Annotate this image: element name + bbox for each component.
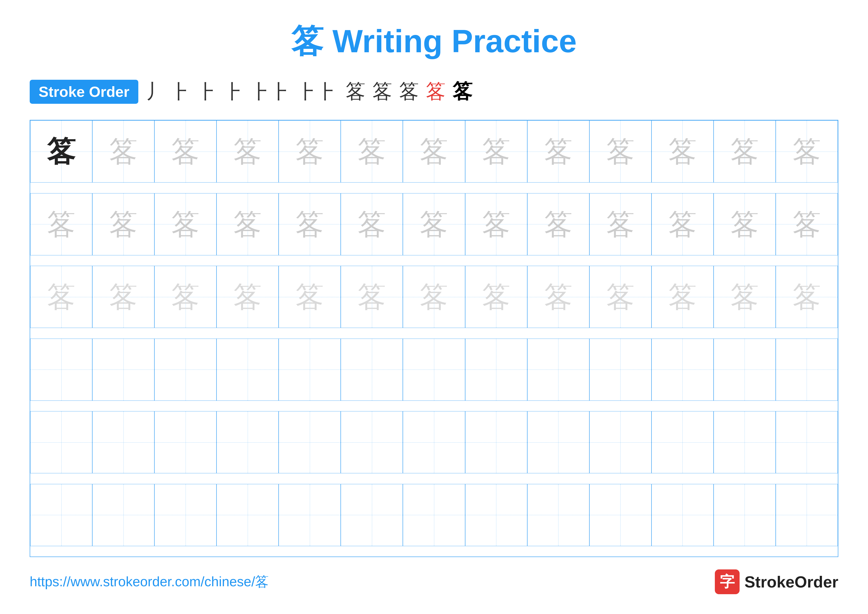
grid-cell[interactable]: 笿 — [651, 120, 714, 183]
grid-cell[interactable] — [279, 484, 341, 546]
grid-cell[interactable] — [279, 339, 341, 401]
grid-cell[interactable]: 笿 — [279, 266, 341, 328]
grid-cell[interactable] — [651, 339, 714, 401]
grid-cell[interactable] — [776, 484, 838, 546]
grid-cell[interactable]: 笿 — [465, 193, 527, 255]
practice-char: 笿 — [358, 283, 386, 311]
footer-url[interactable]: https://www.strokeorder.com/chinese/笿 — [30, 573, 269, 591]
grid-cell[interactable]: 笿 — [154, 120, 217, 183]
footer: https://www.strokeorder.com/chinese/笿 字 … — [30, 569, 838, 594]
grid-cell[interactable] — [465, 484, 527, 546]
grid-cell[interactable] — [30, 339, 92, 401]
grid-cell[interactable] — [30, 484, 92, 546]
grid-cell[interactable] — [217, 411, 279, 473]
grid-cell[interactable]: 笿 — [341, 120, 403, 183]
grid-cell[interactable] — [589, 339, 651, 401]
writing-grid: 笿笿笿笿笿笿笿笿笿笿笿笿笿笿笿笿笿笿笿笿笿笿笿笿笿笿笿笿笿笿笿笿笿笿笿笿笿笿笿 — [30, 120, 838, 557]
grid-cell[interactable]: 笿 — [776, 266, 838, 328]
stroke-4: ⺊ — [226, 78, 246, 105]
grid-cell[interactable]: 笿 — [403, 193, 465, 255]
grid-cell[interactable] — [465, 411, 527, 473]
stroke-order-row: Stroke Order 丿 ⺊ ⺊ ⺊ ⺊⺊ ⺊⺊ 笿 笿 笿 笿 笿 — [30, 78, 838, 105]
stroke-5: ⺊⺊ — [253, 78, 292, 105]
page-title: 笿 Writing Practice — [291, 20, 577, 64]
grid-cell[interactable]: 笿 — [589, 120, 651, 183]
grid-cell[interactable]: 笿 — [714, 193, 776, 255]
grid-cell[interactable] — [714, 411, 776, 473]
grid-cell[interactable] — [714, 339, 776, 401]
grid-cell[interactable]: 笿 — [30, 120, 92, 183]
grid-cell[interactable] — [465, 339, 527, 401]
grid-cell[interactable]: 笿 — [30, 193, 92, 255]
stroke-order-badge: Stroke Order — [30, 80, 138, 104]
grid-cell[interactable]: 笿 — [651, 266, 714, 328]
grid-cell[interactable]: 笿 — [776, 120, 838, 183]
practice-char: 笿 — [668, 137, 697, 166]
grid-cell[interactable]: 笿 — [465, 120, 527, 183]
grid-cell[interactable] — [154, 339, 217, 401]
practice-char: 笿 — [295, 210, 324, 238]
grid-cell[interactable] — [217, 484, 279, 546]
grid-cell[interactable]: 笿 — [30, 266, 92, 328]
grid-cell[interactable] — [776, 339, 838, 401]
practice-char: 笿 — [109, 210, 138, 238]
grid-cell[interactable] — [776, 411, 838, 473]
grid-cell[interactable] — [217, 339, 279, 401]
grid-cell[interactable]: 笿 — [589, 193, 651, 255]
grid-cell[interactable]: 笿 — [154, 193, 217, 255]
grid-cell[interactable] — [527, 484, 589, 546]
grid-cell[interactable]: 笿 — [154, 266, 217, 328]
practice-char: 笿 — [47, 137, 76, 166]
grid-cell[interactable]: 笿 — [465, 266, 527, 328]
grid-cell[interactable] — [154, 484, 217, 546]
grid-cell[interactable] — [341, 339, 403, 401]
grid-cell[interactable]: 笿 — [217, 266, 279, 328]
grid-cell[interactable]: 笿 — [651, 193, 714, 255]
practice-char: 笿 — [358, 210, 386, 238]
grid-cell[interactable] — [589, 484, 651, 546]
practice-char: 笿 — [544, 210, 573, 238]
grid-cell[interactable]: 笿 — [527, 193, 589, 255]
grid-cell[interactable] — [714, 484, 776, 546]
grid-cell[interactable] — [403, 339, 465, 401]
grid-cell[interactable]: 笿 — [589, 266, 651, 328]
grid-cell[interactable]: 笿 — [403, 266, 465, 328]
grid-cell[interactable] — [154, 411, 217, 473]
grid-cell[interactable]: 笿 — [92, 193, 154, 255]
grid-cell[interactable]: 笿 — [527, 266, 589, 328]
grid-cell[interactable] — [651, 484, 714, 546]
grid-cell[interactable]: 笿 — [279, 193, 341, 255]
practice-char: 笿 — [544, 137, 573, 166]
grid-cell[interactable] — [589, 411, 651, 473]
grid-cell[interactable]: 笿 — [341, 266, 403, 328]
grid-cell[interactable] — [30, 411, 92, 473]
practice-char: 笿 — [606, 210, 635, 238]
stroke-11: 笿 — [453, 78, 472, 105]
grid-cell[interactable] — [92, 411, 154, 473]
grid-cell[interactable]: 笿 — [279, 120, 341, 183]
grid-cell[interactable] — [341, 411, 403, 473]
grid-cell[interactable] — [279, 411, 341, 473]
grid-cell[interactable] — [651, 411, 714, 473]
grid-cell[interactable]: 笿 — [92, 120, 154, 183]
grid-cell[interactable]: 笿 — [217, 193, 279, 255]
grid-cell[interactable] — [92, 484, 154, 546]
grid-cell[interactable] — [527, 411, 589, 473]
grid-cell[interactable]: 笿 — [92, 266, 154, 328]
practice-char: 笿 — [730, 210, 759, 238]
stroke-1: 丿 — [146, 78, 166, 105]
grid-cell[interactable] — [341, 484, 403, 546]
grid-cell[interactable] — [403, 484, 465, 546]
grid-cell[interactable]: 笿 — [776, 193, 838, 255]
grid-cell[interactable]: 笿 — [217, 120, 279, 183]
grid-cell[interactable]: 笿 — [714, 266, 776, 328]
grid-cell[interactable]: 笿 — [527, 120, 589, 183]
grid-cell[interactable] — [92, 339, 154, 401]
practice-char: 笿 — [482, 283, 510, 311]
grid-cell[interactable]: 笿 — [714, 120, 776, 183]
grid-cell[interactable] — [403, 411, 465, 473]
grid-cell[interactable]: 笿 — [341, 193, 403, 255]
grid-cell[interactable]: 笿 — [403, 120, 465, 183]
grid-cell[interactable] — [527, 339, 589, 401]
page-container: 笿 Writing Practice Stroke Order 丿 ⺊ ⺊ ⺊ … — [0, 0, 868, 614]
